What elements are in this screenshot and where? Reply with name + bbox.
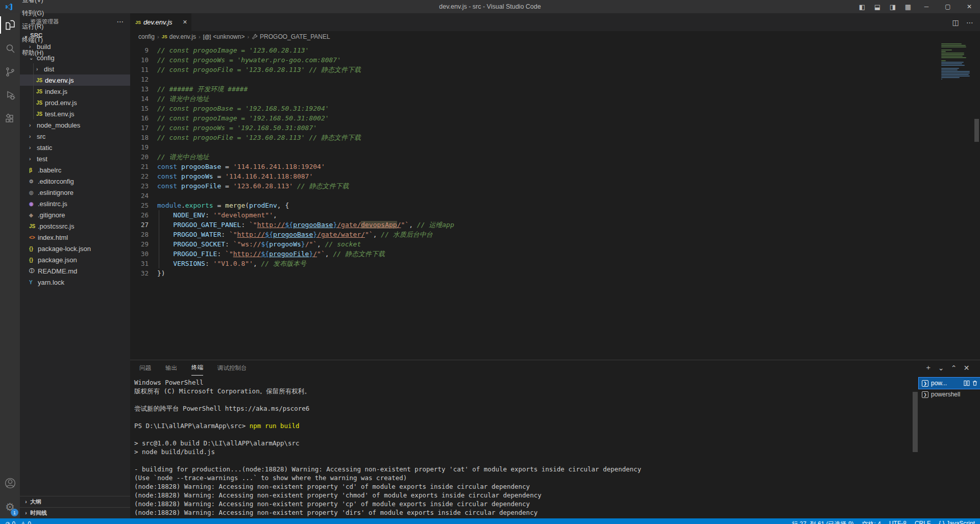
search-icon[interactable] xyxy=(0,37,20,60)
tree-item-.postcssrc.js[interactable]: JS.postcssrc.js xyxy=(20,220,130,232)
code-line: 16// const progooImage = '192.168.50.31:… xyxy=(130,113,980,123)
minimize-button[interactable]: ─ xyxy=(916,0,937,13)
code-line: 15// const progooBase = '192.168.50.31:1… xyxy=(130,104,980,113)
tree-item-README.md[interactable]: ⓘREADME.md xyxy=(20,265,130,277)
tab-close-icon[interactable]: ✕ xyxy=(183,19,187,26)
tree-item-yarn.lock[interactable]: Yyarn.lock xyxy=(20,277,130,288)
run-debug-icon[interactable] xyxy=(0,84,20,107)
status-problems[interactable]: ⚠ 0 xyxy=(20,520,31,524)
close-button[interactable]: ✕ xyxy=(959,0,980,13)
breadcrumb[interactable]: config›JSdev.env.js›[@]<unknown>›PROGOO_… xyxy=(130,31,980,42)
tree-item-node_modules[interactable]: ›node_modules xyxy=(20,119,130,131)
explorer-more-actions-icon[interactable]: ⋯ xyxy=(117,17,124,26)
code-line: 25module.exports = merge(prodEnv, { xyxy=(130,201,980,210)
menu-查看[interactable]: 查看(V) xyxy=(17,0,48,7)
extensions-icon[interactable] xyxy=(0,107,20,131)
close-panel-icon[interactable]: ✕ xyxy=(960,364,973,372)
terminal-line: Windows PowerShell xyxy=(134,378,919,387)
menu-转到[interactable]: 转到(G) xyxy=(17,7,48,20)
babel-file-icon: β xyxy=(29,167,38,173)
toggle-sidebar-icon[interactable]: ◧ xyxy=(854,0,870,13)
tree-item-src[interactable]: ›src xyxy=(20,131,130,142)
code-line: 32}) xyxy=(130,268,980,278)
panel-tab-终端[interactable]: 终端 xyxy=(191,360,203,376)
panel-tab-问题[interactable]: 问题 xyxy=(139,360,151,376)
line-number: 19 xyxy=(130,142,149,152)
maximize-panel-icon[interactable]: ⌃ xyxy=(947,364,960,372)
panel-tab-调试控制台[interactable]: 调试控制台 xyxy=(217,360,247,376)
tree-item-label: package-lock.json xyxy=(38,245,91,253)
tree-item-dev.env.js[interactable]: JSdev.env.js xyxy=(20,74,130,86)
account-icon[interactable] xyxy=(0,471,20,495)
split-terminal-icon[interactable] xyxy=(964,380,970,386)
terminal-line: (Use `node --trace-warnings ...` to show… xyxy=(134,473,919,482)
breadcrumb-separator-icon: › xyxy=(198,34,202,40)
breadcrumb-item-3[interactable]: [@]<unknown> xyxy=(203,33,245,40)
tree-item-test.env.js[interactable]: JStest.env.js xyxy=(20,108,130,119)
tree-item-package-lock.json[interactable]: {}package-lock.json xyxy=(20,243,130,254)
editor-scrollbar[interactable] xyxy=(973,42,980,360)
terminal-dropdown-icon[interactable]: ⌄ xyxy=(935,364,947,372)
terminal-output[interactable]: Windows PowerShell版权所有 (C) Microsoft Cor… xyxy=(130,376,919,518)
terminal-tab-pow...[interactable]: ❯pow... xyxy=(919,378,980,389)
tree-item-.editorconfig[interactable]: ⚙.editorconfig xyxy=(20,176,130,187)
code-editor[interactable]: 9// const progooImage = '123.60.28.113'1… xyxy=(130,42,980,360)
js-file-icon: JS xyxy=(135,20,141,25)
settings-gear-icon[interactable]: ⚙ 1 xyxy=(0,495,20,518)
outline-section[interactable]: › 大纲 xyxy=(20,496,130,507)
tree-item-test[interactable]: ›test xyxy=(20,153,130,164)
tree-item-label: config xyxy=(37,54,55,62)
status-item[interactable]: 空格: 4 xyxy=(862,520,881,524)
status-item[interactable]: CRLF xyxy=(915,520,930,524)
tree-item-label: yarn.lock xyxy=(38,279,64,286)
explorer-icon[interactable] xyxy=(0,13,20,37)
customize-layout-icon[interactable]: ▦ xyxy=(900,0,916,13)
tab-dev-env-js[interactable]: JS dev.env.js ✕ xyxy=(130,13,191,31)
code-text: PROGOO_SOCKET: `"ws://${progooWs}/"`, //… xyxy=(149,239,361,249)
status-problems[interactable]: ⊘ 0 xyxy=(5,520,15,524)
breadcrumb-item-2[interactable]: JSdev.env.js xyxy=(162,33,196,40)
chevron-down-icon: ⌄ xyxy=(29,55,37,61)
tree-item-build[interactable]: ›build xyxy=(20,41,130,52)
minimap[interactable] xyxy=(941,43,972,80)
tree-item-prod.env.js[interactable]: JSprod.env.js xyxy=(20,97,130,108)
tree-item-.gitignore[interactable]: ◆.gitignore xyxy=(20,209,130,220)
tree-item-.eslintignore[interactable]: ◎.eslintignore xyxy=(20,187,130,198)
tree-item-label: .editorconfig xyxy=(38,178,74,185)
breadcrumb-item-4[interactable]: PROGOO_GATE_PANEL xyxy=(252,33,330,40)
status-item[interactable]: UTF-8 xyxy=(889,520,906,524)
tree-item-index.js[interactable]: JSindex.js xyxy=(20,86,130,97)
breadcrumb-item-1[interactable]: config xyxy=(138,33,155,40)
new-terminal-icon[interactable]: ＋ xyxy=(922,363,935,372)
tree-item-static[interactable]: ›static xyxy=(20,142,130,153)
timeline-section[interactable]: › 时间线 xyxy=(20,507,130,518)
tree-item-config[interactable]: ⌄config xyxy=(20,52,130,63)
bottom-panel: 问题输出终端调试控制台 ＋ ⌄ ⌃ ✕ Windows PowerShell版权… xyxy=(130,360,980,518)
terminal-tab-powershell[interactable]: ❯powershell xyxy=(919,389,980,400)
tree-item-.babelrc[interactable]: β.babelrc xyxy=(20,164,130,176)
tree-item-package.json[interactable]: {}package.json xyxy=(20,254,130,265)
split-editor-icon[interactable]: ◫ xyxy=(949,18,962,27)
toggle-secondary-sidebar-icon[interactable]: ◨ xyxy=(885,0,900,13)
menu-运行[interactable]: 运行(R) xyxy=(17,20,48,33)
status-item[interactable]: 行 27, 列 61 (已选择 9) xyxy=(792,520,853,524)
kill-terminal-trash-icon[interactable] xyxy=(972,380,978,386)
tree-item-dist[interactable]: ›dist xyxy=(20,63,130,74)
toggle-panel-icon[interactable]: ⬓ xyxy=(870,0,885,13)
tree-item-.eslintrc.js[interactable]: ◉.eslintrc.js xyxy=(20,198,130,209)
line-number: 30 xyxy=(130,249,149,259)
source-control-icon[interactable] xyxy=(0,60,20,84)
status-item[interactable]: { } JavaScript xyxy=(939,520,975,524)
terminal-line: 尝试新的跨平台 PowerShell https://aka.ms/pscore… xyxy=(134,404,919,413)
js-file-icon: JS xyxy=(36,89,45,94)
code-line: 24 xyxy=(130,191,980,201)
terminal-scrollbar[interactable] xyxy=(913,392,918,452)
code-text xyxy=(149,191,157,201)
tree-item-index.html[interactable]: <>index.html xyxy=(20,232,130,243)
maximize-button[interactable]: ▢ xyxy=(937,0,959,13)
terminal-line: (node:18828) Warning: Accessing non-exis… xyxy=(134,482,919,491)
panel-tab-输出[interactable]: 输出 xyxy=(165,360,177,376)
code-line: 29 PROGOO_SOCKET: `"ws://${progooWs}/"`,… xyxy=(130,239,980,249)
terminal-line: (node:18828) Warning: Accessing non-exis… xyxy=(134,491,919,500)
editor-more-actions-icon[interactable]: ⋯ xyxy=(964,18,976,27)
